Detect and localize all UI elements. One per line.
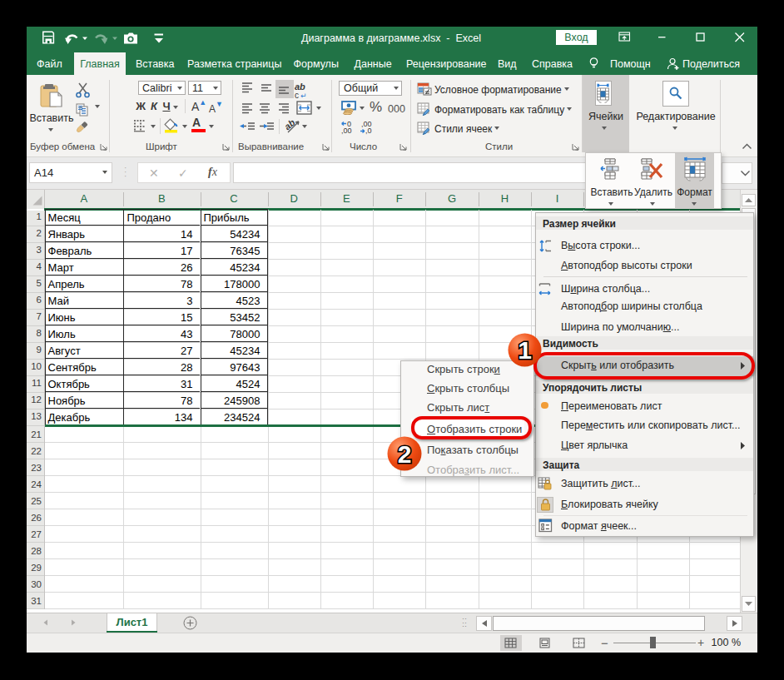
svg-text:1: 1 <box>518 336 532 364</box>
svg-text:,0: ,0 <box>365 127 372 135</box>
svg-text:↵: ↵ <box>300 92 307 100</box>
svg-text:,00: ,00 <box>341 127 352 135</box>
svg-text:2: 2 <box>398 440 412 468</box>
svg-text:c: c <box>295 91 299 100</box>
